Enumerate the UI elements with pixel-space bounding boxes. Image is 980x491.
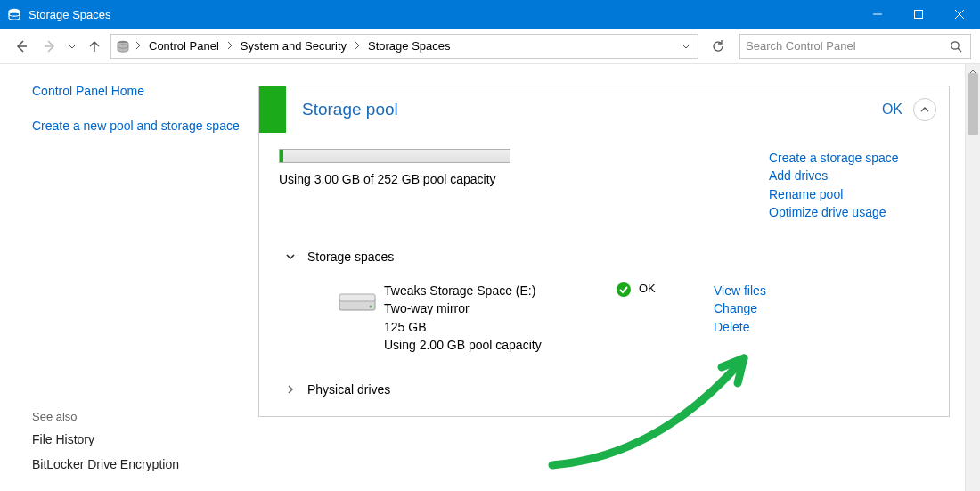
section-label: Storage spaces	[307, 250, 394, 264]
pool-usage-bar	[279, 149, 510, 163]
search-input[interactable]	[746, 39, 947, 53]
svg-point-10	[951, 41, 959, 48]
file-history-link[interactable]: File History	[32, 432, 241, 446]
title-bar: Storage Spaces	[0, 0, 980, 29]
vertical-scrollbar[interactable]	[965, 64, 980, 491]
view-files-link[interactable]: View files	[714, 282, 929, 299]
space-usage: Using 2.00 GB pool capacity	[384, 336, 616, 354]
refresh-button[interactable]	[706, 35, 731, 58]
scroll-thumb[interactable]	[968, 73, 978, 135]
pool-status: OK	[882, 102, 902, 118]
nav-toolbar: Control Panel System and Security Storag…	[0, 29, 980, 64]
ok-badge-icon	[616, 282, 632, 298]
up-button[interactable]	[82, 34, 107, 59]
address-bar[interactable]: Control Panel System and Security Storag…	[110, 34, 698, 59]
rename-pool-link[interactable]: Rename pool	[769, 185, 929, 203]
maximize-button[interactable]	[898, 0, 939, 29]
status-strip	[259, 86, 286, 133]
address-dropdown-icon[interactable]	[678, 42, 694, 51]
content-area: Storage pool OK Using 3.00 GB of 252 GB …	[258, 64, 980, 491]
add-drives-link[interactable]: Add drives	[769, 167, 929, 184]
create-pool-link[interactable]: Create a new pool and storage space	[32, 118, 241, 135]
control-panel-home-link[interactable]: Control Panel Home	[32, 84, 241, 98]
pool-usage-text: Using 3.00 GB of 252 GB pool capacity	[279, 172, 769, 186]
space-name: Tweaks Storage Space (E:)	[384, 282, 616, 299]
drive-icon	[331, 282, 384, 354]
section-label: Physical drives	[307, 382, 390, 397]
breadcrumb-item[interactable]: Storage Spaces	[364, 37, 454, 54]
history-dropdown[interactable]	[66, 42, 78, 51]
chevron-down-icon	[284, 251, 297, 262]
window-title: Storage Spaces	[29, 8, 857, 21]
search-box[interactable]	[739, 34, 971, 59]
window-controls	[857, 0, 980, 29]
storage-spaces-section: Storage spaces Tweaks Storage Space (E:)…	[279, 246, 929, 354]
svg-rect-3	[915, 11, 923, 19]
chevron-right-icon[interactable]	[354, 39, 361, 53]
space-size: 125 GB	[384, 318, 616, 336]
chevron-right-icon[interactable]	[226, 39, 233, 53]
svg-point-14	[370, 306, 372, 308]
app-icon	[7, 7, 21, 21]
storage-pool-panel: Storage pool OK Using 3.00 GB of 252 GB …	[258, 86, 950, 417]
svg-line-11	[958, 48, 961, 52]
search-icon[interactable]	[947, 40, 965, 53]
space-status: OK	[639, 282, 656, 295]
see-also-label: See also	[32, 410, 241, 423]
chevron-right-icon[interactable]	[135, 39, 142, 53]
storage-icon	[115, 38, 131, 54]
chevron-right-icon	[284, 384, 297, 395]
optimize-link[interactable]: Optimize drive usage	[769, 203, 929, 221]
space-type: Two-way mirror	[384, 299, 616, 317]
delete-link[interactable]: Delete	[714, 318, 929, 336]
forward-button[interactable]	[37, 34, 62, 59]
physical-drives-header[interactable]: Physical drives	[279, 379, 929, 400]
svg-rect-13	[339, 294, 375, 301]
breadcrumb-item[interactable]: System and Security	[237, 37, 350, 54]
minimize-button[interactable]	[857, 0, 898, 29]
panel-header: Storage pool OK	[259, 86, 949, 133]
svg-point-15	[617, 282, 631, 297]
panel-title: Storage pool	[302, 100, 882, 119]
svg-point-1	[9, 12, 20, 16]
breadcrumb-item[interactable]: Control Panel	[145, 37, 223, 54]
physical-drives-section: Physical drives	[279, 379, 929, 400]
close-button[interactable]	[939, 0, 980, 29]
create-space-link[interactable]: Create a storage space	[769, 149, 929, 167]
change-link[interactable]: Change	[714, 299, 929, 317]
sidebar: Control Panel Home Create a new pool and…	[0, 64, 258, 491]
storage-space-row: Tweaks Storage Space (E:) Two-way mirror…	[279, 282, 929, 354]
collapse-button[interactable]	[913, 98, 936, 121]
storage-spaces-header[interactable]: Storage spaces	[279, 246, 929, 267]
bitlocker-link[interactable]: BitLocker Drive Encryption	[32, 457, 241, 471]
back-button[interactable]	[9, 34, 34, 59]
